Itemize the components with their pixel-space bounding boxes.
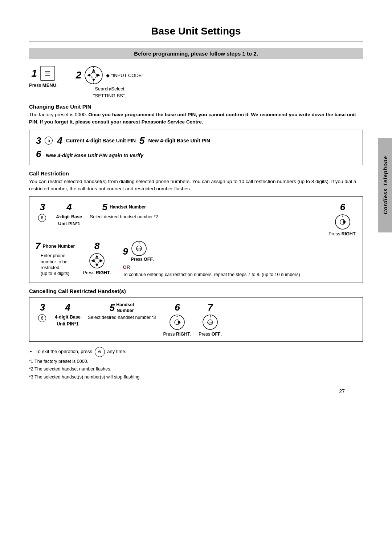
cancelling-heading: Cancelling Call Restricted Handset(s) [29,288,363,294]
svg-point-25 [177,316,178,317]
svg-point-11 [342,216,343,217]
step1-item: 1 ☰ Press MENU. [29,66,58,88]
cancel-step4-label1: 4-digit Base [55,314,81,320]
cancel-off-icon: OFF [202,314,218,330]
svg-marker-4 [87,74,90,77]
notice-text: Before programming, please follow steps … [134,50,258,57]
svg-marker-14 [95,255,98,258]
step2-item: 2 ◆ "INPUT CODE" Search/Select [76,66,143,98]
cancel-step7: 7 OFF Press OFF. [199,302,222,337]
cancel-circle6: 6 [38,314,46,322]
svg-marker-17 [100,259,103,262]
right-arrow-icon [335,214,351,230]
svg-marker-16 [91,259,94,262]
cancel-step6-num: 6 [175,302,180,313]
footnote2: *2 The selected handset number flashes. [29,365,363,373]
cr-step5-num: 5 [102,202,107,213]
cancel-step4-num: 4 [65,302,70,313]
changing-pin-text: The factory preset is 0000. Once you hav… [29,111,363,126]
cr-step5-cell: 5 Handset Number Select desired handset … [90,202,158,220]
call-restriction-box: 3 6 4 4-digit Base Unit PIN*1 5 Handset … [29,196,363,283]
call-restriction-text: You can restrict selected handset(s) fro… [29,178,363,193]
cancel-step3-num: 3 [40,302,45,313]
cr-circle6: 6 [38,214,46,222]
cr-step4-label2: Unit PIN*1 [58,221,80,227]
svg-marker-3 [92,79,95,82]
cr-step7-sub: Enter phone number to be restricted. (up… [41,253,69,276]
notice-bar: Before programming, please follow steps … [29,48,363,59]
step2-number: 2 [76,69,82,81]
pin-step3: 3 [36,135,41,146]
svg-marker-2 [92,69,95,72]
cancel-row: 3 6 4 4-digit Base Unit PIN*1 5 Handset … [35,302,357,337]
pin-step5-label: New 4-digit Base Unit PIN [148,138,210,143]
cr-step7-cell: 7 Phone Number Enter phone number to be … [35,240,75,276]
step1-label: Press MENU. [29,82,58,88]
cr-step7-sub3: restricted. [41,265,69,271]
cr-step5-label: Handset Number [110,204,146,210]
svg-point-13 [94,258,99,263]
cr-step4-label1: 4-digit Base [56,214,82,220]
cr-step8-cell: 8 Press RIGHT. [83,240,111,276]
bullet-list: To exit the operation, press ⊗ any time. [36,347,363,357]
cr-step7-label: Phone Number [42,243,75,249]
cancel-box: 3 6 4 4-digit Base Unit PIN*1 5 Handset … [29,297,363,342]
pin-change-box: 3 5 4 Current 4-digit Base Unit PIN 5 Ne… [29,130,363,165]
cancel-step6-label: Press RIGHT. [163,331,191,337]
step1-number: 1 [32,68,37,79]
page-container: Cordless Telephone Base Unit Settings Be… [0,0,392,555]
cancel-step3: 3 6 [35,302,50,322]
cr-step5-sub: Select desired handset number.*2 [90,214,158,220]
cancel-step6: 6 Press RIGHT. [163,302,191,337]
pin-step6-label: New 4-digit Base Unit PIN again to verif… [46,153,143,158]
svg-point-8 [335,215,350,229]
pin-circle5: 5 [45,137,53,145]
footnote-bullet: To exit the operation, press ⊗ any time. [36,347,363,357]
call-restriction-heading: Call Restriction [29,170,363,177]
cancel-step7-num: 7 [208,302,213,313]
cr-step4-num: 4 [66,202,72,213]
footnotes: To exit the operation, press ⊗ any time.… [29,347,363,381]
cancel-step5-label2: Number [116,308,134,313]
pin-step4-label: Current 4-digit Base Unit PIN [66,138,136,143]
cr-step8-label: Press RIGHT. [83,270,111,276]
pin-box-row1: 3 5 4 Current 4-digit Base Unit PIN 5 Ne… [36,135,356,146]
svg-marker-5 [97,74,100,77]
step2-label: Search/Select [95,86,124,92]
cancel-step5-sub: Select desired handset number.*3 [88,315,156,320]
cancel-step5-num: 5 [110,302,115,313]
cancel-step5-label1: Handset [116,302,134,308]
changing-pin-heading: Changing Base Unit PIN [29,104,363,110]
svg-point-7 [93,83,94,84]
sidebar-label: Cordless Telephone [382,156,388,215]
pin-step6: 6 [36,149,41,159]
cr-step6-label: Press RIGHT. [328,231,357,237]
cr-or-text: OR [123,264,130,270]
cr-step3-cell: 3 6 [35,202,50,222]
step2-arrow: ◆ "INPUT CODE" [106,73,143,78]
pin-step5: 5 [139,135,144,146]
pin-box-row2: 6 New 4-digit Base Unit PIN again to ver… [36,149,356,160]
cr-step4-cell: 4 4-digit Base Unit PIN*1 [56,202,82,227]
menu-icon: ☰ [40,66,55,81]
svg-text:OFF: OFF [207,321,213,324]
footnote3: *3 The selected handset(s) number(s) wil… [29,373,363,381]
svg-marker-15 [95,264,98,267]
cr-step3-num: 3 [40,202,45,213]
sidebar-tab: Cordless Telephone [378,138,392,232]
off-inline-icon: ⊗ [95,347,105,357]
svg-text:OFF: OFF [136,247,142,251]
cr-step9-continue: To continue entering call restriction nu… [123,272,300,278]
cr-step6-num: 6 [340,202,345,213]
cancel-step4-label2: Unit PIN*1 [57,321,78,327]
cancel-right-icon [169,314,185,330]
cr-row2: 7 Phone Number Enter phone number to be … [35,240,357,278]
cr-step9-press-off: Press OFF. [131,256,154,262]
cr-step7-num: 7 [35,240,40,252]
intro-steps-row: 1 ☰ Press MENU. 2 [29,66,363,98]
svg-point-22 [170,315,184,329]
cancel-step7-label: Press OFF. [199,331,222,337]
cancel-step4: 4 4-digit Base Unit PIN*1 [55,302,81,327]
cr-step9-num: 9 [123,246,128,257]
pin-step4: 4 [57,135,62,146]
